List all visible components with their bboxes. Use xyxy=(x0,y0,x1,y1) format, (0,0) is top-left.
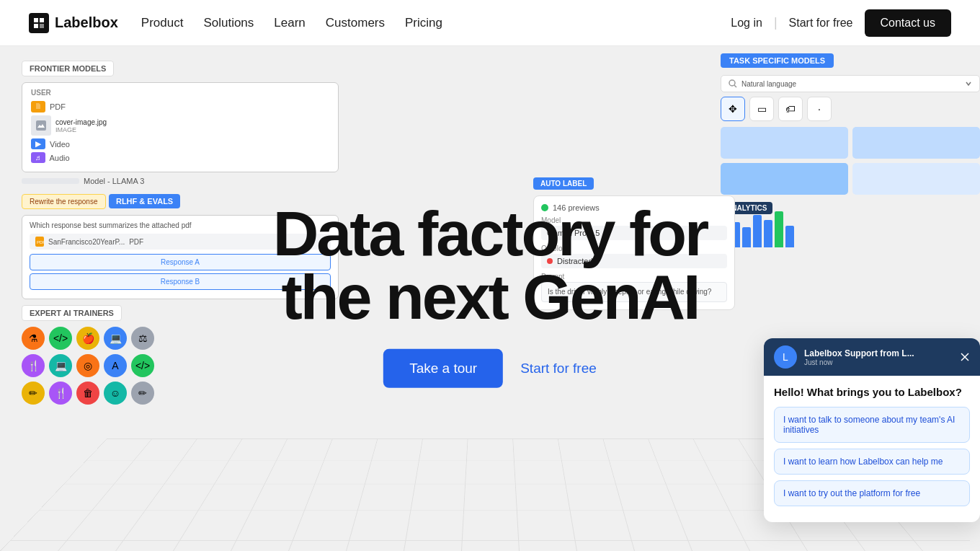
chevron-down-icon xyxy=(965,80,972,87)
tool-point[interactable]: · xyxy=(807,97,832,121)
start-free-button[interactable]: Start for free xyxy=(520,361,597,376)
tool-rectangle[interactable]: ▭ xyxy=(749,97,774,121)
chat-header-name: Labelbox Support from L... xyxy=(804,348,953,358)
image-tag: IMAGE xyxy=(55,126,107,133)
contact-button[interactable]: Contact us xyxy=(865,9,951,37)
blue-block-4 xyxy=(852,163,980,195)
search-bar: Natural language xyxy=(721,75,980,92)
model-label: Model - LLAMA 3 xyxy=(84,177,144,185)
user-workflow-box: USER PDF cover-image.jpg IMAGE ▶ Video xyxy=(22,82,339,172)
nav-customers[interactable]: Customers xyxy=(326,16,385,30)
chat-option-1[interactable]: I want to talk to someone about my team'… xyxy=(774,407,970,443)
chat-close-icon[interactable] xyxy=(960,352,970,362)
svg-point-5 xyxy=(729,80,735,86)
bar-5 xyxy=(764,220,772,247)
image-info: cover-image.jpg IMAGE xyxy=(55,118,107,133)
cover-image-row: cover-image.jpg IMAGE xyxy=(31,115,329,136)
expert-icon-11: ✏ xyxy=(22,382,45,405)
chat-widget: L Labelbox Support from L... Just now He… xyxy=(764,338,980,522)
svg-line-6 xyxy=(734,85,736,87)
nav-solutions[interactable]: Solutions xyxy=(203,16,254,30)
natural-language-label: Natural language xyxy=(741,80,796,88)
nav-learn[interactable]: Learn xyxy=(274,16,305,30)
nav-links: Product Solutions Learn Customers Pricin… xyxy=(141,16,442,30)
nav-pricing[interactable]: Pricing xyxy=(405,16,442,30)
logo-text: Labelbox xyxy=(55,14,118,31)
search-icon xyxy=(729,79,737,88)
hero-text: Data factory for the next GenAI Take a t… xyxy=(273,202,707,388)
image-filename: cover-image.jpg xyxy=(55,118,107,126)
bar-chart xyxy=(721,219,980,247)
chat-header-info: Labelbox Support from L... Just now xyxy=(804,348,953,366)
eval-filename: SanFrancisco20YearP... xyxy=(48,238,125,246)
analytics-section: ANALYTICS xyxy=(721,200,980,247)
chat-avatar: L xyxy=(774,345,797,369)
tool-tag[interactable]: 🏷 xyxy=(778,97,803,121)
image-thumb xyxy=(31,115,51,136)
right-task-panel: TASK SPECIFIC MODELS Natural language ✥ … xyxy=(721,53,980,247)
bar-7 xyxy=(785,226,794,247)
chat-option-3[interactable]: I want to try out the platform for free xyxy=(774,480,970,506)
take-tour-button[interactable]: Take a tour xyxy=(383,349,503,388)
expert-icon-14: ☺ xyxy=(104,382,127,405)
expert-icon-3: 🍎 xyxy=(76,327,99,350)
bar-4 xyxy=(753,215,762,247)
expert-icon-15: ✏ xyxy=(131,382,154,405)
svg-rect-0 xyxy=(29,13,49,33)
expert-icon-10: </> xyxy=(131,354,154,377)
hero-title: Data factory for the next GenAI xyxy=(273,202,707,329)
expert-icon-13: 🗑 xyxy=(76,382,99,405)
bar-6 xyxy=(775,211,783,247)
aud-tag: ♬ xyxy=(31,152,45,163)
tool-cursor[interactable]: ✥ xyxy=(721,97,745,121)
expert-badge: EXPERT AI TRAINERS xyxy=(22,305,122,321)
auto-label-badge: AUTO LABEL xyxy=(533,177,594,190)
pdf-label: PDF xyxy=(50,102,66,111)
expert-icon-5: ⚖ xyxy=(131,327,154,350)
frontier-badge: FRONTIER MODELS xyxy=(22,61,114,76)
blue-block-1 xyxy=(721,127,848,159)
vid-tag: ▶ xyxy=(31,138,45,149)
pdf-icon: PDF xyxy=(35,237,44,247)
hero-buttons: Take a tour Start for free xyxy=(273,349,707,388)
expert-icon-grid: ⚗ </> 🍎 💻 ⚖ 🍴 💻 ◎ A </> ✏ 🍴 🗑 ☺ ✏ xyxy=(22,327,166,405)
svg-text:PDF: PDF xyxy=(37,240,44,244)
expert-icon-4: 💻 xyxy=(104,327,127,350)
navbar: Labelbox Product Solutions Learn Custome… xyxy=(0,0,980,46)
logo[interactable]: Labelbox xyxy=(29,13,118,33)
hero-title-line1: Data factory for xyxy=(273,202,707,265)
login-link[interactable]: Log in xyxy=(731,17,762,30)
audio-label: Audio xyxy=(50,154,70,162)
chat-option-2[interactable]: I want to learn how Labelbox can help me xyxy=(774,449,970,475)
rlhf-badge: RLHF & EVALS xyxy=(109,194,180,208)
hero-title-line2: the next GenAI xyxy=(273,265,707,329)
chat-greeting: Hello! What brings you to Labelbox? xyxy=(774,386,970,398)
nav-right: Log in | Start for free Contact us xyxy=(731,9,951,37)
audio-row: ♬ Audio xyxy=(31,152,329,163)
nav-product[interactable]: Product xyxy=(141,16,184,30)
chat-header: L Labelbox Support from L... Just now xyxy=(764,338,980,376)
video-row: ▶ Video xyxy=(31,138,329,149)
user-label: USER xyxy=(31,89,329,97)
rewrite-button[interactable]: Rewrite the response xyxy=(22,194,106,209)
bar-3 xyxy=(742,227,751,247)
blue-block-3 xyxy=(721,163,848,195)
video-label: Video xyxy=(50,140,70,149)
chat-header-time: Just now xyxy=(804,358,953,366)
blue-block-2 xyxy=(852,127,980,159)
connector-line-1 xyxy=(22,178,79,184)
expert-icon-7: 💻 xyxy=(49,354,72,377)
expert-icon-6: 🍴 xyxy=(22,354,45,377)
expert-icon-1: ⚗ xyxy=(22,327,45,350)
start-free-link[interactable]: Start for free xyxy=(789,17,853,30)
pdf-row: PDF xyxy=(31,101,329,113)
expert-icon-8: ◎ xyxy=(76,354,99,377)
expert-icon-9: A xyxy=(104,354,127,377)
eval-filetype: PDF xyxy=(129,238,143,246)
logo-icon xyxy=(29,13,49,33)
expert-icon-12: 🍴 xyxy=(49,382,72,405)
nav-divider: | xyxy=(774,15,778,30)
toolbar-row: ✥ ▭ 🏷 · xyxy=(721,97,980,121)
expert-icon-2: </> xyxy=(49,327,72,350)
chat-body: Hello! What brings you to Labelbox? I wa… xyxy=(764,376,980,522)
